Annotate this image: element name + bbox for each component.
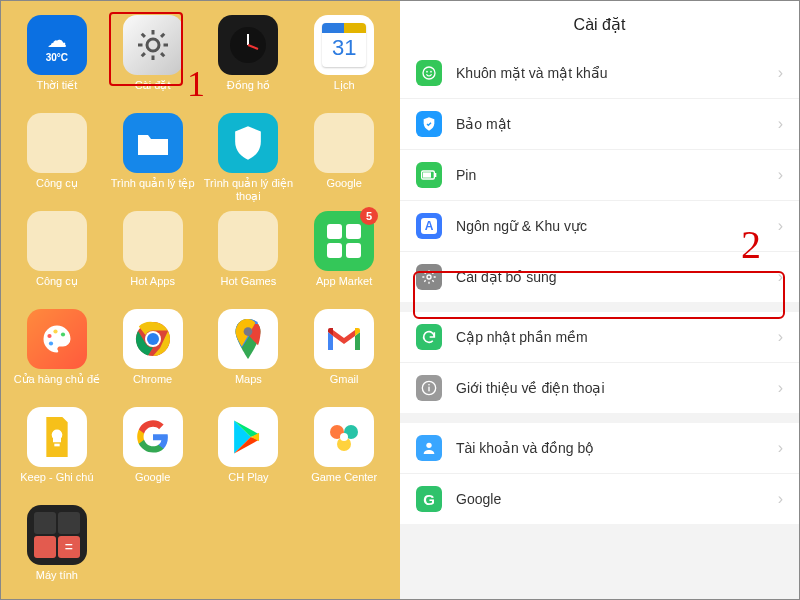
settings-row-label: Google [456, 491, 778, 507]
svg-point-14 [61, 332, 65, 336]
app-label: Maps [203, 373, 293, 399]
settings-row-label: Cài đặt bổ sung [456, 269, 778, 285]
home-screen: ☁30°CThời tiếtCài đặtĐồng hồ31LịchCông c… [1, 1, 400, 599]
settings-row-label: Cập nhật phần mềm [456, 329, 778, 345]
svg-rect-31 [435, 173, 436, 177]
app-label: Chrome [108, 373, 198, 399]
app-label: Thời tiết [12, 79, 102, 105]
svg-point-26 [423, 67, 435, 79]
face-password-icon [416, 60, 442, 86]
settings-row-label: Tài khoản và đồng bộ [456, 440, 778, 456]
security-icon [416, 111, 442, 137]
additional-icon [416, 264, 442, 290]
app-clock[interactable]: Đồng hồ [203, 15, 295, 105]
app-label: Hot Apps [108, 275, 198, 301]
app-chplay[interactable]: CH Play [203, 407, 295, 497]
app-label: Công cụ [12, 275, 102, 301]
svg-point-15 [49, 341, 53, 345]
settings-row-label: Bảo mật [456, 116, 778, 132]
svg-point-36 [426, 443, 431, 448]
svg-line-5 [141, 34, 144, 37]
svg-point-32 [427, 275, 431, 279]
app-phonemgr[interactable]: Trình quản lý điện thoại [203, 113, 295, 203]
app-label: Keep - Ghi chú [12, 471, 102, 497]
chevron-right-icon: › [778, 115, 783, 133]
app-label: Google [108, 471, 198, 497]
app-label: Google [299, 177, 389, 203]
chevron-right-icon: › [778, 490, 783, 508]
settings-row-security[interactable]: Bảo mật› [400, 99, 799, 150]
settings-screen: Cài đặt Khuôn mặt và mật khẩu›Bảo mật›Pi… [400, 1, 799, 599]
svg-point-19 [147, 333, 159, 345]
chevron-right-icon: › [778, 217, 783, 235]
app-google[interactable]: Google [107, 407, 199, 497]
svg-line-7 [141, 53, 144, 56]
settings-row-label: Giới thiệu về điện thoại [456, 380, 778, 396]
svg-rect-34 [428, 387, 429, 392]
settings-row-label: Khuôn mặt và mật khẩu [456, 65, 778, 81]
app-label: CH Play [203, 471, 293, 497]
svg-line-6 [161, 53, 164, 56]
svg-line-8 [161, 34, 164, 37]
chevron-right-icon: › [778, 268, 783, 286]
app-label: Công cụ [12, 177, 102, 203]
settings-row-label: Ngôn ngữ & Khu vực [456, 218, 778, 234]
app-files[interactable]: Trình quản lý tệp [107, 113, 199, 203]
chevron-right-icon: › [778, 64, 783, 82]
app-label: Cửa hàng chủ đề [12, 373, 102, 399]
svg-point-27 [426, 71, 428, 73]
app-weather[interactable]: ☁30°CThời tiết [11, 15, 103, 105]
step2-label: 2 [741, 221, 761, 268]
about-icon [416, 375, 442, 401]
app-tools[interactable]: Công cụ [11, 113, 103, 203]
app-maps[interactable]: Maps [203, 309, 295, 399]
chevron-right-icon: › [778, 166, 783, 184]
svg-rect-21 [54, 444, 59, 447]
settings-row-additional[interactable]: Cài đặt bổ sung› [400, 252, 799, 302]
settings-row-battery[interactable]: Pin› [400, 150, 799, 201]
app-keep[interactable]: Keep - Ghi chú [11, 407, 103, 497]
step1-label: 1 [187, 63, 205, 105]
app-chrome[interactable]: Chrome [107, 309, 199, 399]
app-label: Lịch [299, 79, 389, 105]
accounts-icon [416, 435, 442, 461]
app-calendar[interactable]: 31Lịch [298, 15, 390, 105]
update-icon [416, 324, 442, 350]
settings-row-accounts[interactable]: Tài khoản và đồng bộ› [400, 423, 799, 474]
chevron-right-icon: › [778, 379, 783, 397]
svg-point-12 [47, 334, 51, 338]
app-label: App Market [299, 275, 389, 301]
settings-row-update[interactable]: Cập nhật phần mềm› [400, 312, 799, 363]
svg-rect-35 [428, 384, 429, 385]
app-appmarket[interactable]: 5App Market [298, 211, 390, 301]
settings-row-face-password[interactable]: Khuôn mặt và mật khẩu› [400, 48, 799, 99]
app-hotapps[interactable]: Hot Apps [107, 211, 199, 301]
app-label: Gmail [299, 373, 389, 399]
svg-point-25 [340, 433, 348, 441]
settings-title: Cài đặt [400, 1, 799, 48]
app-gamecenter[interactable]: Game Center [298, 407, 390, 497]
chevron-right-icon: › [778, 439, 783, 457]
svg-rect-30 [423, 172, 431, 177]
app-label: Trình quản lý điện thoại [203, 177, 293, 203]
settings-row-google[interactable]: GGoogle› [400, 474, 799, 524]
app-label: Trình quản lý tệp [108, 177, 198, 203]
svg-point-13 [53, 329, 57, 333]
settings-row-about[interactable]: Giới thiệu về điện thoại› [400, 363, 799, 413]
battery-icon [416, 162, 442, 188]
language-icon: A [416, 213, 442, 239]
app-label: Game Center [299, 471, 389, 497]
app-tools2[interactable]: Công cụ [11, 211, 103, 301]
app-label: Máy tính [12, 569, 102, 595]
chevron-right-icon: › [778, 328, 783, 346]
svg-point-20 [244, 327, 253, 336]
app-googlefld[interactable]: Google [298, 113, 390, 203]
app-settings[interactable]: Cài đặt [107, 15, 199, 105]
settings-row-label: Pin [456, 167, 778, 183]
app-themes[interactable]: Cửa hàng chủ đề [11, 309, 103, 399]
badge: 5 [360, 207, 378, 225]
app-gmail[interactable]: Gmail [298, 309, 390, 399]
app-calculator[interactable]: =Máy tính [11, 505, 103, 595]
settings-row-language[interactable]: ANgôn ngữ & Khu vực› [400, 201, 799, 252]
app-hotgames[interactable]: Hot Games [203, 211, 295, 301]
